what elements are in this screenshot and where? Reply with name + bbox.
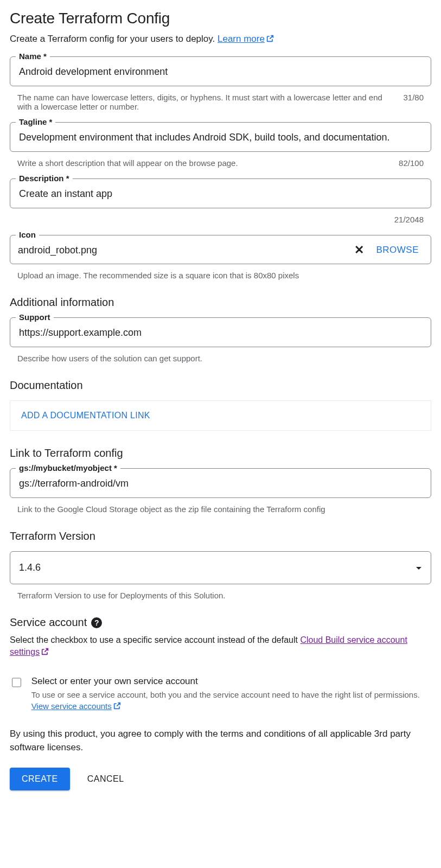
svc-sub-text: To use or see a service account, both yo…: [31, 690, 420, 699]
name-field: Name *: [10, 56, 431, 86]
tagline-input[interactable]: [18, 131, 423, 144]
icon-helper: Upload an image. The recommended size is…: [10, 267, 431, 280]
support-field: Support: [10, 317, 431, 347]
description-helper: [17, 215, 394, 224]
link-to-terraform-heading: Link to Terraform config: [10, 447, 431, 459]
additional-info-heading: Additional information: [10, 296, 431, 309]
tagline-field: Tagline *: [10, 122, 431, 152]
name-input[interactable]: [18, 66, 423, 78]
description-label: Description *: [16, 174, 73, 183]
terraform-link-field: gs://mybucket/myobject *: [10, 468, 431, 498]
service-account-heading: Service account: [10, 616, 87, 629]
service-account-description: Select the checkbox to use a specific se…: [10, 634, 431, 660]
browse-button[interactable]: BROWSE: [372, 245, 423, 256]
service-account-checkbox[interactable]: [12, 677, 21, 688]
support-label: Support: [16, 312, 54, 322]
name-counter: 31/80: [403, 93, 424, 111]
clear-icon[interactable]: ✕: [352, 244, 366, 256]
description-counter: 21/2048: [394, 215, 424, 224]
name-label: Name *: [16, 52, 50, 61]
agreement-text: By using this product, you agree to comp…: [10, 727, 431, 755]
subtitle-text: Create a Terraform config for your users…: [10, 34, 218, 44]
documentation-heading: Documentation: [10, 379, 431, 392]
terraform-version-field[interactable]: [10, 551, 431, 584]
documentation-link-box: ADD A DOCUMENTATION LINK: [10, 400, 431, 431]
page-subtitle: Create a Terraform config for your users…: [10, 34, 431, 46]
service-account-checkbox-sub: To use or see a service account, both yo…: [31, 689, 431, 713]
terraform-link-input[interactable]: [18, 477, 423, 490]
help-icon[interactable]: ?: [91, 617, 102, 628]
description-field: Description *: [10, 178, 431, 208]
view-service-accounts-link[interactable]: View service accounts: [31, 701, 122, 711]
external-link-icon: [113, 701, 122, 713]
terraform-version-select[interactable]: [18, 561, 423, 574]
name-helper: The name can have lowercase letters, dig…: [17, 93, 403, 111]
tagline-label: Tagline *: [16, 117, 55, 126]
service-account-desc-text: Select the checkbox to use a specific se…: [10, 635, 300, 644]
page-title: Create Terraform Config: [10, 10, 431, 27]
support-helper: Describe how users of the solution can g…: [10, 350, 431, 363]
terraform-version-helper: Terraform Version to use for Deployments…: [10, 588, 431, 600]
create-button[interactable]: CREATE: [10, 768, 70, 790]
icon-field: Icon android_robot.png ✕ BROWSE: [10, 235, 431, 264]
view-svc-link-text: View service accounts: [31, 701, 112, 711]
support-input[interactable]: [18, 327, 423, 339]
external-link-icon: [266, 34, 274, 46]
external-link-icon: [41, 647, 49, 659]
description-input[interactable]: [18, 188, 423, 200]
terraform-link-label: gs://mybucket/myobject *: [16, 463, 120, 473]
learn-more-link[interactable]: Learn more: [218, 34, 274, 44]
learn-more-text: Learn more: [218, 34, 265, 44]
tagline-counter: 82/100: [399, 158, 424, 168]
icon-filename: android_robot.png: [18, 245, 347, 256]
icon-label: Icon: [16, 230, 39, 239]
terraform-link-helper: Link to the Google Cloud Storage object …: [10, 501, 431, 514]
cancel-button[interactable]: CANCEL: [83, 768, 129, 790]
service-account-checkbox-label: Select or enter your own service account: [31, 676, 431, 687]
tagline-helper: Write a short description that will appe…: [17, 158, 399, 168]
add-documentation-link-button[interactable]: ADD A DOCUMENTATION LINK: [21, 411, 150, 420]
terraform-version-heading: Terraform Version: [10, 530, 431, 542]
